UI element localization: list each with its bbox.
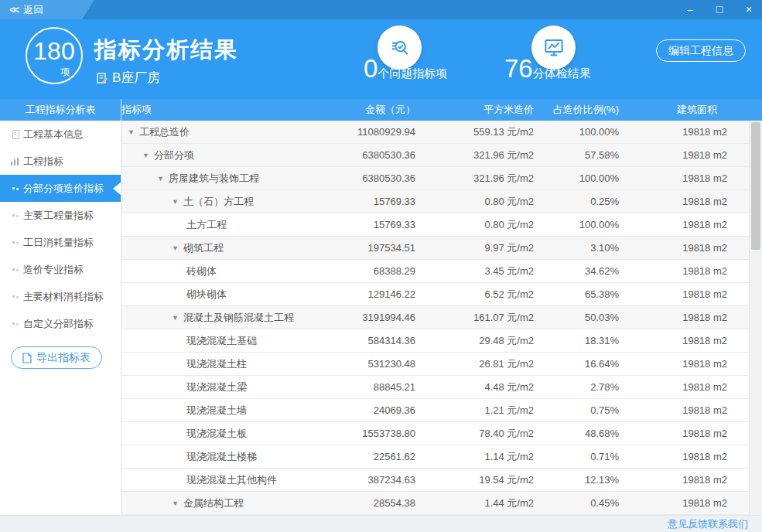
export-indicator-table-button[interactable]: 导出指标表	[11, 346, 102, 369]
sidebar-item-label: 主要工程量指标	[23, 209, 94, 223]
indicator-count-badge: 180 项	[26, 27, 83, 84]
table-row[interactable]: 现浇混凝土楼梯22561.621.14 元/m20.71%19818 m2	[121, 445, 762, 469]
collapse-arrow-icon[interactable]: ▼	[128, 128, 135, 136]
table-row[interactable]: 现浇混凝土梁88845.214.48 元/m22.78%19818 m2	[121, 376, 762, 399]
indicator-name-cell: 现浇混凝土墙	[121, 399, 309, 421]
maximize-icon[interactable]: □	[714, 0, 725, 19]
indicator-name-cell: ▼房屋建筑与装饰工程	[121, 167, 309, 189]
dot-icon	[10, 265, 20, 274]
collapse-arrow-icon[interactable]: ▼	[172, 314, 179, 322]
table-header-row: 指标项金额（元）平方米造价占造价比例(%)建筑面积	[121, 99, 762, 121]
sidebar-item[interactable]: 工程基本信息	[0, 121, 121, 148]
contact-us-link[interactable]: 联系我们	[708, 518, 748, 530]
indicator-name: 混凝土及钢筋混凝土工程	[183, 312, 294, 323]
column-header: 建筑面积	[625, 99, 748, 121]
dot-icon	[10, 319, 20, 328]
ratio-cell: 100.00%	[540, 121, 625, 143]
indicator-name: 现浇混凝土梁	[186, 381, 247, 393]
amount-cell: 28554.38	[309, 492, 422, 514]
collapse-arrow-icon[interactable]: ▼	[172, 244, 179, 252]
indicator-name: 现浇混凝土其他构件	[186, 474, 277, 486]
table-row[interactable]: ▼金属结构工程28554.381.44 元/m20.45%19818 m2	[121, 492, 762, 515]
unit-price-cell: 6.52 元/m2	[422, 283, 540, 305]
amount-cell: 15769.33	[309, 213, 422, 236]
header: 180 项 指标分析结果 B座厂房 0个问题指标项	[0, 19, 762, 99]
collapse-arrow-icon[interactable]: ▼	[142, 152, 149, 159]
close-icon[interactable]: ×	[743, 0, 754, 19]
ratio-cell: 100.00%	[540, 213, 625, 236]
indicator-name-cell: 现浇混凝土基础	[121, 329, 309, 352]
indicator-name-cell: ▼工程总造价	[121, 121, 309, 143]
amount-cell: 584314.36	[309, 329, 422, 352]
table-row[interactable]: ▼分部分项6380530.36321.96 元/m257.58%19818 m2	[121, 144, 762, 167]
feedback-link[interactable]: 意见反馈	[668, 518, 708, 530]
sidebar-item[interactable]: 主要材料消耗指标	[0, 283, 121, 310]
area-cell: 19818 m2	[625, 167, 748, 189]
area-cell: 19818 m2	[625, 329, 748, 352]
amount-cell: 6380530.36	[309, 144, 422, 166]
scrollbar-thumb[interactable]	[751, 122, 760, 250]
table-row[interactable]: ▼工程总造价11080929.94559.13 元/m2100.00%19818…	[121, 121, 762, 144]
indicator-name-cell: 现浇混凝土板	[121, 422, 309, 445]
footer-bar: 意见反馈联系我们	[0, 515, 762, 532]
indicator-name: 砌块砌体	[186, 288, 227, 300]
table-row[interactable]: 现浇混凝土柱531230.4826.81 元/m216.64%19818 m2	[121, 353, 762, 376]
area-cell: 19818 m2	[625, 121, 748, 143]
ratio-cell: 50.03%	[540, 306, 625, 329]
unit-price-cell: 321.96 元/m2	[422, 167, 540, 189]
amount-cell: 1553738.80	[309, 422, 422, 445]
vertical-scrollbar[interactable]	[749, 121, 762, 515]
amount-cell: 129146.22	[309, 283, 422, 305]
sidebar-item[interactable]: 自定义分部指标	[0, 310, 121, 337]
indicator-name-cell: ▼分部分项	[121, 144, 309, 166]
table-row[interactable]: 现浇混凝土其他构件387234.6319.54 元/m212.13%19818 …	[121, 469, 762, 492]
sidebar-item[interactable]: 工程指标	[0, 148, 121, 175]
table-row[interactable]: 现浇混凝土基础584314.3629.48 元/m218.31%19818 m2	[121, 329, 762, 353]
collapse-arrow-icon[interactable]: ▼	[172, 198, 179, 206]
edit-project-info-button[interactable]: 编辑工程信息	[656, 39, 746, 62]
indicator-name: 工程总造价	[139, 126, 190, 138]
indicator-name-cell: 砖砌体	[121, 260, 309, 282]
area-cell: 19818 m2	[625, 306, 748, 329]
sidebar-items: 工程基本信息工程指标分部分项造价指标主要工程量指标工日消耗量指标造价专业指标主要…	[0, 121, 121, 337]
sidebar-item[interactable]: 造价专业指标	[0, 256, 121, 283]
table-row[interactable]: ▼土（石）方工程15769.330.80 元/m20.25%19818 m2	[121, 190, 762, 213]
back-button[interactable]: <<返回	[0, 0, 94, 19]
doc-icon	[10, 130, 20, 138]
table-row[interactable]: 砖砌体68388.293.45 元/m234.62%19818 m2	[121, 260, 762, 283]
unit-price-cell: 1.44 元/m2	[422, 492, 540, 514]
bars-icon	[10, 157, 20, 165]
area-cell: 19818 m2	[625, 260, 748, 282]
dot-icon	[10, 211, 20, 220]
ratio-cell: 48.68%	[540, 422, 625, 445]
ratio-cell: 0.71%	[540, 445, 625, 468]
collapse-arrow-icon[interactable]: ▼	[157, 175, 164, 182]
amount-cell: 197534.51	[309, 237, 422, 259]
table-row[interactable]: 砌块砌体129146.226.52 元/m265.38%19818 m2	[121, 283, 762, 306]
amount-cell: 11080929.94	[309, 121, 422, 143]
unit-price-cell: 29.48 元/m2	[422, 329, 540, 352]
column-header: 占造价比例(%)	[540, 99, 625, 121]
table-row[interactable]: ▼房屋建筑与装饰工程6380530.36321.96 元/m2100.00%19…	[121, 167, 762, 190]
sidebar-item[interactable]: 工日消耗量指标	[0, 229, 121, 256]
table-row[interactable]: 现浇混凝土板1553738.8078.40 元/m248.68%19818 m2	[121, 422, 762, 445]
sidebar: 工程指标分析表 工程基本信息工程指标分部分项造价指标主要工程量指标工日消耗量指标…	[0, 99, 121, 515]
amount-cell: 6380530.36	[309, 167, 422, 189]
indicator-name: 分部分项	[154, 149, 194, 161]
ratio-cell: 34.62%	[540, 260, 625, 282]
minimize-icon[interactable]: –	[685, 0, 695, 19]
table-row[interactable]: 土方工程15769.330.80 元/m2100.00%19818 m2	[121, 213, 762, 237]
table-row[interactable]: 现浇混凝土墙24069.361.21 元/m20.75%19818 m2	[121, 399, 762, 422]
collapse-arrow-icon[interactable]: ▼	[172, 500, 179, 507]
indicator-name-cell: 砌块砌体	[121, 283, 309, 305]
area-cell: 19818 m2	[625, 469, 748, 491]
table-row[interactable]: ▼混凝土及钢筋混凝土工程3191994.46161.07 元/m250.03%1…	[121, 306, 762, 329]
ratio-cell: 16.64%	[540, 353, 625, 375]
sidebar-item[interactable]: 分部分项造价指标	[0, 175, 121, 202]
table-row[interactable]: ▼砌筑工程197534.519.97 元/m23.10%19818 m2	[121, 237, 762, 260]
indicator-name: 现浇混凝土基础	[186, 335, 257, 346]
unit-price-cell: 161.07 元/m2	[422, 306, 540, 329]
ratio-cell: 0.75%	[540, 399, 625, 421]
sidebar-item[interactable]: 主要工程量指标	[0, 202, 121, 229]
column-header: 金额（元）	[309, 99, 422, 121]
